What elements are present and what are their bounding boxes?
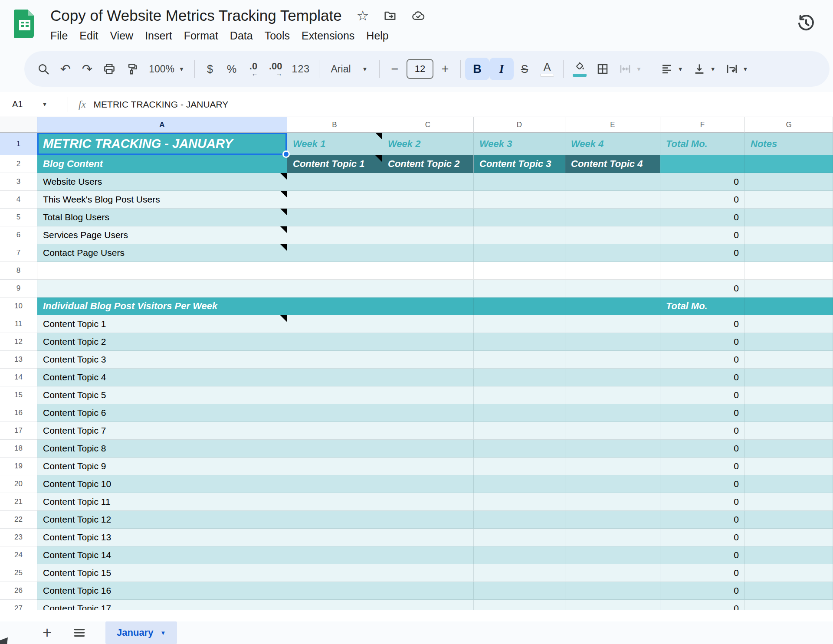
cell-C5[interactable] <box>382 209 474 226</box>
menu-data[interactable]: Data <box>230 29 253 42</box>
cell-E15[interactable] <box>565 386 660 404</box>
all-sheets-button[interactable] <box>72 626 86 640</box>
cell-D15[interactable] <box>474 386 565 404</box>
cell-F4[interactable]: 0 <box>660 191 745 209</box>
cell-E2[interactable]: Content Topic 4 <box>565 155 660 173</box>
cell-A21[interactable]: Content Topic 11 <box>37 493 287 511</box>
cell-A1[interactable]: METRIC TRACKING - JANUARY <box>37 133 287 155</box>
cell-A8[interactable] <box>37 262 287 280</box>
cell-B20[interactable] <box>287 475 382 493</box>
row-header-27[interactable]: 27 <box>0 600 37 610</box>
menu-format[interactable]: Format <box>184 29 218 42</box>
cell-B7[interactable] <box>287 244 382 262</box>
cell-G18[interactable] <box>745 440 833 458</box>
increase-decimal-button[interactable]: .00→ <box>264 58 287 80</box>
cell-C10[interactable] <box>382 297 474 315</box>
cell-G25[interactable] <box>745 564 833 582</box>
column-header-E[interactable]: E <box>565 117 660 133</box>
cell-G11[interactable] <box>745 315 833 333</box>
cell-C2[interactable]: Content Topic 2 <box>382 155 474 173</box>
cell-A22[interactable]: Content Topic 12 <box>37 511 287 529</box>
cell-B14[interactable] <box>287 369 382 386</box>
cell-E1[interactable]: Week 4 <box>565 133 660 155</box>
borders-button[interactable] <box>591 58 614 80</box>
row-header-10[interactable]: 10 <box>0 297 37 315</box>
row-header-9[interactable]: 9 <box>0 280 37 297</box>
cell-C27[interactable] <box>382 600 474 610</box>
cell-F19[interactable]: 0 <box>660 458 745 475</box>
cell-D23[interactable] <box>474 529 565 546</box>
cell-B25[interactable] <box>287 564 382 582</box>
cell-E12[interactable] <box>565 333 660 351</box>
cell-A27[interactable]: Content Topic 17 <box>37 600 287 610</box>
cell-G17[interactable] <box>745 422 833 440</box>
cell-E27[interactable] <box>565 600 660 610</box>
cell-C20[interactable] <box>382 475 474 493</box>
cell-C23[interactable] <box>382 529 474 546</box>
cell-C6[interactable] <box>382 226 474 244</box>
row-header-16[interactable]: 16 <box>0 404 37 422</box>
cell-E5[interactable] <box>565 209 660 226</box>
cell-F1[interactable]: Total Mo. <box>660 133 745 155</box>
undo-button[interactable]: ↶ <box>55 58 76 80</box>
cell-C19[interactable] <box>382 458 474 475</box>
cell-G7[interactable] <box>745 244 833 262</box>
cell-B23[interactable] <box>287 529 382 546</box>
cell-D20[interactable] <box>474 475 565 493</box>
row-header-11[interactable]: 11 <box>0 315 37 333</box>
cell-D1[interactable]: Week 3 <box>474 133 565 155</box>
font-family-control[interactable]: Arial▼ <box>324 58 375 80</box>
cell-A24[interactable]: Content Topic 14 <box>37 546 287 564</box>
column-header-C[interactable]: C <box>382 117 474 133</box>
cell-D10[interactable] <box>474 297 565 315</box>
cell-F5[interactable]: 0 <box>660 209 745 226</box>
cell-G1[interactable]: Notes <box>745 133 833 155</box>
cell-F25[interactable]: 0 <box>660 564 745 582</box>
cell-F2[interactable] <box>660 155 745 173</box>
format-currency-button[interactable]: $ <box>199 58 221 80</box>
cell-E22[interactable] <box>565 511 660 529</box>
row-header-14[interactable]: 14 <box>0 369 37 386</box>
cell-A25[interactable]: Content Topic 15 <box>37 564 287 582</box>
horizontal-align-button[interactable]: ▼ <box>656 58 688 80</box>
cell-F27[interactable]: 0 <box>660 600 745 610</box>
cell-A7[interactable]: Contact Page Users <box>37 244 287 262</box>
cell-C25[interactable] <box>382 564 474 582</box>
cell-G21[interactable] <box>745 493 833 511</box>
cell-C11[interactable] <box>382 315 474 333</box>
cell-E11[interactable] <box>565 315 660 333</box>
cell-E9[interactable] <box>565 280 660 297</box>
cell-F22[interactable]: 0 <box>660 511 745 529</box>
cell-F12[interactable]: 0 <box>660 333 745 351</box>
row-header-26[interactable]: 26 <box>0 582 37 600</box>
cell-B19[interactable] <box>287 458 382 475</box>
search-icon[interactable] <box>32 58 55 80</box>
row-header-8[interactable]: 8 <box>0 262 37 280</box>
cell-E21[interactable] <box>565 493 660 511</box>
cell-A5[interactable]: Total Blog Users <box>37 209 287 226</box>
cell-B5[interactable] <box>287 209 382 226</box>
cell-D8[interactable] <box>474 262 565 280</box>
cell-F17[interactable]: 0 <box>660 422 745 440</box>
sheets-logo-icon[interactable] <box>14 10 36 38</box>
menu-insert[interactable]: Insert <box>145 29 172 42</box>
cell-A18[interactable]: Content Topic 8 <box>37 440 287 458</box>
cell-B15[interactable] <box>287 386 382 404</box>
cell-C24[interactable] <box>382 546 474 564</box>
cell-F13[interactable]: 0 <box>660 351 745 369</box>
zoom-control[interactable]: 100%▼ <box>143 58 190 80</box>
cell-D19[interactable] <box>474 458 565 475</box>
menu-help[interactable]: Help <box>366 29 388 42</box>
row-header-18[interactable]: 18 <box>0 440 37 458</box>
cell-G8[interactable] <box>745 262 833 280</box>
cell-G26[interactable] <box>745 582 833 600</box>
cell-D22[interactable] <box>474 511 565 529</box>
cell-F18[interactable]: 0 <box>660 440 745 458</box>
column-header-D[interactable]: D <box>474 117 565 133</box>
select-all-corner[interactable] <box>0 117 37 133</box>
cell-F11[interactable]: 0 <box>660 315 745 333</box>
row-header-15[interactable]: 15 <box>0 386 37 404</box>
bold-button[interactable]: B <box>465 58 489 80</box>
cell-B4[interactable] <box>287 191 382 209</box>
cell-C18[interactable] <box>382 440 474 458</box>
